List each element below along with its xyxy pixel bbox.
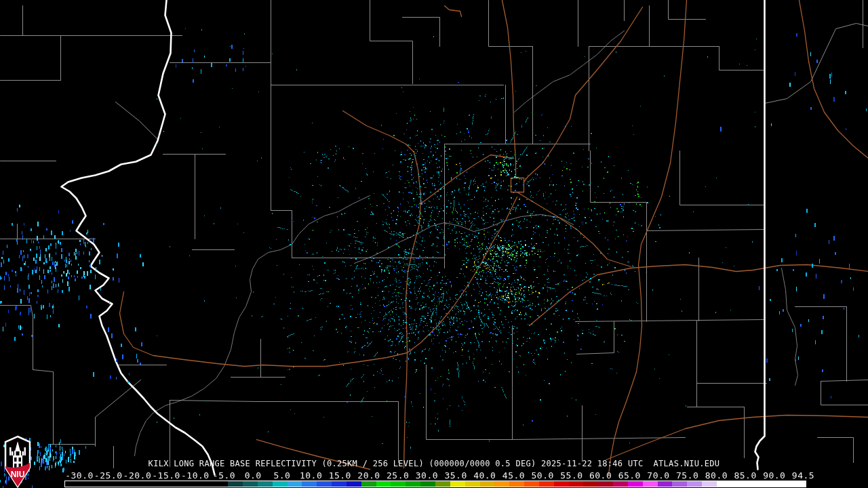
scale-tick-label: 70.0	[647, 470, 669, 481]
scale-tick-label: 90.0	[763, 470, 785, 481]
scale-color-segment	[672, 481, 687, 487]
scale-tick-label: 85.0	[734, 470, 756, 481]
scale-color-segment	[702, 481, 717, 487]
scale-tick-label: 94.5	[792, 470, 814, 481]
reflectivity-color-bar	[64, 481, 806, 487]
scale-tick-label: 30.0	[416, 470, 438, 481]
scale-tick-label: -30.0	[65, 470, 94, 481]
product-title: KILX LONG RANGE BASE REFLECTIVITY (0.25K…	[0, 459, 868, 468]
scale-color-segment	[332, 481, 347, 487]
scale-color-segment	[273, 481, 288, 487]
scale-color-segment	[628, 481, 643, 487]
scale-tick-label: 60.0	[589, 470, 612, 481]
scale-color-segment	[658, 481, 673, 487]
scale-tick-label: 35.0	[444, 470, 467, 481]
scale-tick-label: 25.0	[387, 470, 409, 481]
scale-color-segment	[65, 481, 228, 487]
scale-color-segment	[347, 481, 361, 487]
scale-tick-label: 15.0	[329, 470, 351, 481]
scale-color-segment	[687, 481, 702, 487]
scale-color-segment	[302, 481, 317, 487]
scale-tick-label: -20.0	[123, 470, 152, 481]
scale-color-segment	[406, 481, 420, 487]
scale-tick-label: 55.0	[560, 470, 583, 481]
scale-color-segment	[228, 481, 243, 487]
scale-tick-label: -5.0	[213, 470, 235, 481]
scale-color-segment	[450, 481, 465, 487]
scale-color-segment	[554, 481, 569, 487]
scale-color-segment	[539, 481, 554, 487]
scale-tick-label: -10.0	[181, 470, 210, 481]
scale-tick-label: 80.0	[705, 470, 728, 481]
scale-tick-label: 75.0	[676, 470, 698, 481]
scale-tick-label: 20.0	[357, 470, 380, 481]
scale-color-segment	[376, 481, 391, 487]
scale-color-segment	[435, 481, 450, 487]
scale-tick-label: 5.0	[273, 470, 290, 481]
scale-tick-label: 40.0	[473, 470, 496, 481]
radar-map-canvas	[0, 0, 868, 488]
scale-color-segment	[613, 481, 628, 487]
scale-tick-label: 50.0	[532, 470, 554, 481]
scale-color-segment	[420, 481, 435, 487]
scale-color-segment	[583, 481, 598, 487]
scale-color-segment	[524, 481, 539, 487]
scale-tick-label: -15.0	[152, 470, 180, 481]
radar-viewer: NIU KILX LONG RANGE BASE REFLECTIVITY (0…	[0, 0, 868, 488]
scale-color-segment	[494, 481, 509, 487]
scale-tick-label: 10.0	[300, 470, 322, 481]
scale-color-segment	[317, 481, 332, 487]
scale-tick-label: 45.0	[502, 470, 525, 481]
scale-color-segment	[243, 481, 258, 487]
scale-color-segment	[465, 481, 480, 487]
scale-color-segment	[288, 481, 302, 487]
scale-color-segment	[598, 481, 613, 487]
scale-tick-label: 65.0	[618, 470, 641, 481]
scale-color-segment	[258, 481, 273, 487]
scale-color-segment	[391, 481, 406, 487]
scale-tick-label: 0.0	[245, 470, 262, 481]
scale-tick-label: -25.0	[94, 470, 123, 481]
scale-color-segment	[509, 481, 524, 487]
scale-color-segment	[480, 481, 495, 487]
reflectivity-scale-labels: -30.0-25.0-20.0-15.0-10.0-5.00.05.010.01…	[0, 470, 868, 480]
scale-color-segment	[569, 481, 584, 487]
scale-color-segment	[717, 481, 806, 487]
scale-color-segment	[361, 481, 376, 487]
scale-color-segment	[643, 481, 658, 487]
